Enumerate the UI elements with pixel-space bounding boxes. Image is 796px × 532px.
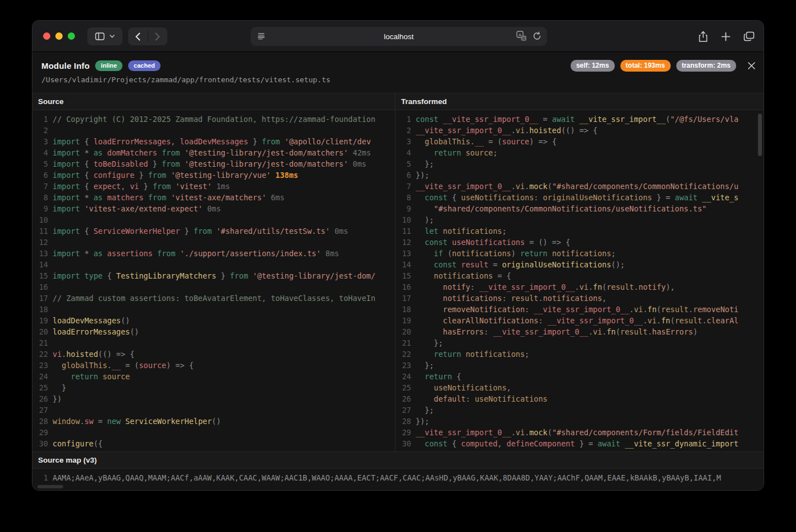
navigation-buttons	[128, 27, 167, 45]
chevron-down-icon	[110, 35, 115, 38]
code-line: 4 return source;	[395, 147, 764, 158]
code-line: 21	[32, 337, 395, 349]
line-number: 29	[32, 427, 48, 438]
code-line: 23 globalThis.__ = (source) => {	[32, 360, 395, 371]
code-line: 20loadErrorMessages()	[32, 326, 395, 337]
code-line: 23 };	[395, 360, 764, 371]
line-number: 22	[395, 349, 411, 360]
sourcemap-section: Source map (v3) 1 AAMA;AAeA,yBAAG,QAAQ,M…	[32, 451, 764, 490]
code-line: 6import { configure } from '@testing-lib…	[32, 170, 395, 181]
line-number: 15	[32, 270, 48, 281]
line-number: 23	[395, 360, 411, 371]
code-line: 6});	[395, 170, 764, 181]
line-number: 28	[32, 416, 48, 427]
code-line: 18	[32, 304, 395, 315]
code-line: 25 }	[32, 382, 395, 393]
traffic-zoom-icon[interactable]	[68, 32, 75, 40]
line-number: 12	[395, 237, 411, 248]
line-number: 3	[395, 136, 411, 147]
line-number: 7	[32, 181, 48, 192]
line-number: 21	[395, 337, 411, 349]
line-number: 28	[395, 416, 411, 427]
code-line: 15 notifications = {	[395, 270, 764, 281]
line-number: 25	[395, 382, 411, 393]
line-number: 10	[395, 214, 411, 225]
line-number: 14	[395, 259, 411, 270]
line-number: 6	[32, 170, 48, 181]
line-number: 4	[32, 147, 48, 158]
code-line: 19 clearAllNotifications: __vite_ssr_imp…	[395, 315, 764, 326]
code-line: 24 return source	[32, 371, 395, 382]
share-icon[interactable]	[698, 31, 708, 43]
line-number: 8	[395, 192, 411, 203]
line-number: 21	[32, 337, 48, 349]
reload-icon[interactable]	[533, 31, 541, 41]
code-line: 2	[32, 125, 395, 136]
cached-badge: cached	[128, 60, 161, 71]
code-line: 20 hasErrors: __vite_ssr_import_0__.vi.f…	[395, 326, 764, 337]
line-number: 17	[32, 293, 48, 304]
code-line: 13 if (notifications) return notificatio…	[395, 248, 764, 259]
line-number: 9	[395, 203, 411, 214]
line-number: 12	[32, 237, 48, 248]
line-number: 23	[32, 360, 48, 371]
address-bar[interactable]: localhost A a	[251, 27, 547, 46]
line-number: 13	[395, 248, 411, 259]
code-panels: Source 1// Copyright (C) 2012-2025 Zamma…	[32, 93, 764, 451]
code-line: 11 let notifications;	[395, 225, 764, 237]
transformed-code[interactable]: 1const __vite_ssr_import_0__ = await __v…	[395, 110, 764, 449]
code-line: 3 globalThis.__ = (source) => {	[395, 136, 764, 147]
line-number: 1	[32, 114, 48, 125]
code-line: 19loadDevMessages()	[32, 315, 395, 326]
forward-button[interactable]	[148, 27, 168, 45]
module-info-header: Module Info inline cached self: 12ms tot…	[32, 52, 764, 93]
line-number: 19	[395, 315, 411, 326]
back-button[interactable]	[128, 27, 148, 45]
code-line: 13import * as assertions from './support…	[32, 248, 395, 259]
line-number: 2	[395, 125, 411, 136]
line-number: 20	[395, 326, 411, 337]
code-line: 18 removeNotification: __vite_ssr_import…	[395, 304, 764, 315]
traffic-close-icon[interactable]	[43, 32, 50, 40]
code-line: 12 const useNotifications = () => {	[395, 237, 764, 248]
line-number: 24	[395, 371, 411, 382]
line-number: 18	[32, 304, 48, 315]
code-line: 7__vite_ssr_import_0__.vi.mock("#shared/…	[395, 181, 764, 192]
new-tab-icon[interactable]	[721, 32, 731, 41]
code-line: 2__vite_ssr_import_0__.vi.hoisted(() => …	[395, 125, 764, 136]
transformed-panel-title: Transformed	[395, 93, 764, 110]
line-number: 9	[32, 203, 48, 214]
horizontal-scrollbar[interactable]	[37, 485, 63, 488]
line-number: 6	[395, 170, 411, 181]
total-time-pill: total: 193ms	[620, 60, 671, 72]
browser-window: localhost A a	[32, 20, 764, 491]
traffic-minimize-icon[interactable]	[55, 32, 63, 40]
line-number: 27	[32, 404, 48, 416]
code-line: 21 };	[395, 337, 764, 349]
sourcemap-line: 1 AAMA;AAeA,yBAAG,QAAQ,MAAM;AACf,aAAW,KA…	[32, 472, 764, 483]
source-code[interactable]: 1// Copyright (C) 2012-2025 Zammad Found…	[32, 110, 395, 449]
browser-toolbar: localhost A a	[32, 21, 764, 52]
line-number: 27	[395, 404, 411, 416]
translate-icon[interactable]: A a	[516, 31, 527, 41]
close-icon[interactable]	[747, 62, 756, 70]
tabs-overview-icon[interactable]	[743, 31, 755, 41]
line-number: 30	[395, 438, 411, 449]
code-line: 27 };	[395, 404, 764, 416]
code-line: 15import type { TestingLibraryMatchers }…	[32, 270, 395, 281]
code-line: 22 return notifications;	[395, 349, 764, 360]
code-line: 26})	[32, 393, 395, 404]
vertical-scrollbar[interactable]	[758, 114, 762, 156]
module-file-path: /Users/vladimir/Projects/zammad/app/fron…	[32, 72, 764, 84]
sourcemap-mappings: AAMA;AAeA,yBAAG,QAAQ,MAAM;AACf,aAAW,KAAK…	[53, 472, 764, 483]
sidebar-toggle-button[interactable]	[87, 27, 123, 45]
code-line: 26 default: useNotifications	[395, 393, 764, 404]
line-number: 16	[395, 281, 411, 293]
line-number: 30	[32, 438, 48, 449]
code-line: 11import { ServiceWorkerHelper } from '#…	[32, 225, 395, 237]
source-panel: Source 1// Copyright (C) 2012-2025 Zamma…	[32, 93, 395, 451]
code-line: 5import { toBeDisabled } from '@testing-…	[32, 158, 395, 170]
line-number: 8	[32, 192, 48, 203]
svg-text:a: a	[522, 36, 525, 40]
code-line: 10 );	[395, 214, 764, 225]
